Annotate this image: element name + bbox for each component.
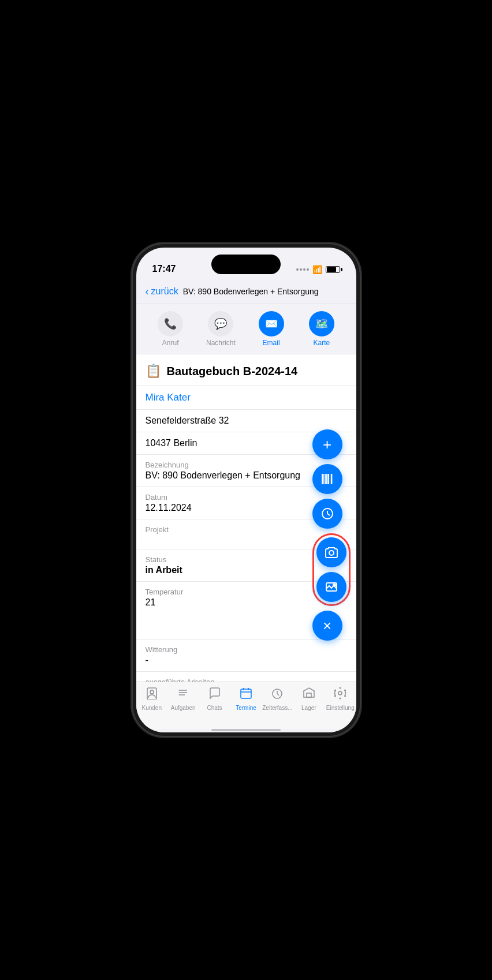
einstellung-label: Einstellung — [326, 705, 355, 711]
gallery-icon — [325, 581, 338, 593]
signal-dot-2 — [300, 268, 302, 271]
nav-bar: ‹ zurück BV: 890 Bodenverlegen + Entsorg… — [136, 279, 356, 304]
nachricht-icon: 💬 — [214, 317, 227, 330]
field-label-arbeiten: ausgeführte Arbeiten — [146, 678, 347, 682]
back-chevron-icon: ‹ — [146, 286, 149, 297]
signal-dot-3 — [303, 268, 305, 271]
bautagebuch-icon: 📋 — [146, 364, 161, 379]
phone-screen: 17:47 📶 ‹ zurück BV: 890 Bodenverl — [136, 248, 356, 732]
main-content[interactable]: 📋 Bautagebuch B-2024-14 Mira Kater Senef… — [136, 354, 356, 682]
tab-lager[interactable]: Lager — [293, 687, 325, 711]
field-label-status: Status — [146, 555, 310, 564]
tab-termine[interactable]: Termine — [230, 687, 262, 711]
svg-point-31 — [334, 690, 336, 691]
fab-close-button[interactable]: × — [312, 611, 342, 641]
field-label-temperatur: Temperatur — [146, 588, 310, 596]
svg-point-32 — [344, 695, 346, 697]
field-value-name[interactable]: Mira Kater — [146, 392, 191, 403]
svg-rect-3 — [326, 474, 327, 484]
back-button[interactable]: ‹ zurück — [146, 286, 178, 297]
home-bar — [211, 729, 281, 731]
karte-label: Karte — [314, 339, 330, 347]
fab-camera-button[interactable] — [316, 537, 346, 567]
chats-label: Chats — [207, 705, 222, 711]
svg-point-28 — [340, 687, 341, 689]
svg-rect-20 — [241, 689, 251, 698]
tab-aufgaben[interactable]: Aufgaben — [167, 687, 199, 711]
lager-label: Lager — [301, 705, 316, 711]
clock-icon — [321, 507, 334, 520]
signal-dot-1 — [296, 268, 299, 271]
svg-point-9 — [329, 551, 334, 555]
svg-rect-6 — [331, 474, 332, 484]
field-row-witterung: Witterung - — [136, 639, 356, 672]
svg-marker-25 — [304, 688, 314, 697]
kunden-icon — [146, 687, 158, 703]
svg-point-33 — [334, 695, 336, 697]
email-icon: ✉️ — [265, 317, 278, 330]
svg-rect-0 — [322, 474, 323, 484]
anruf-label: Anruf — [162, 339, 179, 347]
svg-point-11 — [333, 584, 336, 586]
dynamic-island — [211, 255, 281, 274]
svg-rect-2 — [325, 474, 326, 484]
svg-rect-7 — [333, 474, 333, 484]
zeiterfass-icon — [271, 687, 284, 703]
field-label-projekt: Projekt — [146, 525, 310, 534]
action-btn-karte[interactable]: 🗺️ Karte — [301, 311, 342, 347]
svg-point-27 — [338, 691, 342, 695]
field-value-datum: 12.11.2024 — [146, 503, 310, 513]
field-value-status: in Arbeit — [146, 565, 310, 575]
field-row-arbeiten: ausgeführte Arbeiten — [136, 672, 356, 682]
tab-chats[interactable]: Chats — [199, 687, 230, 711]
fab-barcode-button[interactable] — [312, 464, 342, 494]
svg-point-13 — [150, 690, 154, 694]
fab-gallery-button[interactable] — [316, 572, 346, 602]
tab-zeiterfass[interactable]: Zeiterfass... — [262, 687, 293, 711]
field-value-temperatur: 21 — [146, 597, 310, 608]
email-icon-wrap: ✉️ — [259, 311, 284, 336]
termine-label: Termine — [236, 705, 256, 711]
signal-dots — [296, 268, 309, 271]
fab-clock-button[interactable] — [312, 499, 342, 529]
signal-dot-4 — [307, 268, 309, 271]
section-header: 📋 Bautagebuch B-2024-14 — [136, 354, 356, 386]
highlighted-group — [312, 533, 351, 606]
status-icons: 📶 — [296, 265, 340, 274]
action-btn-email[interactable]: ✉️ Email — [251, 311, 292, 347]
field-label-datum: Datum — [146, 493, 310, 502]
field-value-street: Senefelderstraße 32 — [146, 416, 229, 425]
phone-frame: 17:47 📶 ‹ zurück BV: 890 Bodenverl — [133, 244, 360, 736]
svg-rect-26 — [307, 693, 311, 697]
fab-add-button[interactable]: + — [312, 429, 342, 459]
action-row: 📞 Anruf 💬 Nachricht ✉️ Email 🗺️ — [136, 304, 356, 354]
svg-point-30 — [344, 690, 346, 691]
aufgaben-label: Aufgaben — [171, 705, 196, 711]
lager-icon — [303, 687, 315, 703]
tab-einstellung[interactable]: Einstellung — [325, 687, 356, 711]
battery-icon — [326, 266, 340, 273]
tab-bar: Kunden Aufgaben — [136, 682, 356, 729]
back-label: zurück — [151, 286, 178, 297]
anruf-icon-wrap: 📞 — [158, 311, 183, 336]
chats-icon — [208, 687, 221, 703]
camera-icon — [325, 546, 338, 559]
barcode-icon — [321, 473, 334, 485]
karte-icon: 🗺️ — [315, 317, 328, 330]
field-row-name: Mira Kater — [136, 386, 356, 410]
nachricht-label: Nachricht — [206, 339, 236, 347]
svg-rect-1 — [323, 474, 324, 484]
anruf-icon: 📞 — [164, 317, 177, 330]
svg-rect-5 — [330, 474, 330, 484]
svg-point-29 — [340, 698, 341, 700]
battery-fill — [327, 267, 337, 272]
wifi-icon: 📶 — [312, 265, 322, 274]
email-label: Email — [263, 339, 280, 347]
aufgaben-icon — [177, 687, 189, 703]
action-btn-anruf[interactable]: 📞 Anruf — [150, 311, 191, 347]
svg-rect-4 — [327, 474, 329, 484]
field-value-witterung: - — [146, 655, 310, 665]
action-btn-nachricht[interactable]: 💬 Nachricht — [200, 311, 241, 347]
einstellung-icon — [334, 687, 346, 703]
tab-kunden[interactable]: Kunden — [136, 687, 167, 711]
